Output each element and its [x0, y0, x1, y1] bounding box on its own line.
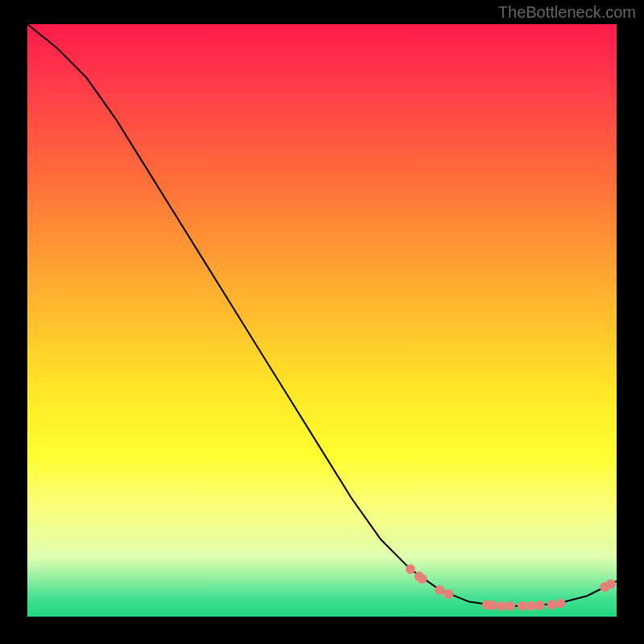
watermark-text: TheBottleneck.com: [498, 3, 636, 22]
bottleneck-curve: [27, 24, 617, 606]
data-marker: [417, 574, 427, 584]
data-marker: [518, 601, 527, 611]
data-markers: [406, 564, 616, 611]
data-marker: [526, 601, 536, 611]
data-marker: [435, 585, 444, 595]
data-marker: [547, 600, 557, 609]
data-marker: [535, 601, 545, 610]
data-marker: [556, 599, 566, 609]
data-marker: [444, 589, 453, 599]
data-marker: [606, 580, 616, 589]
chart-overlay: [27, 24, 617, 617]
data-marker: [488, 601, 497, 610]
data-marker: [497, 601, 506, 611]
data-marker: [506, 601, 515, 611]
data-marker: [406, 564, 415, 574]
